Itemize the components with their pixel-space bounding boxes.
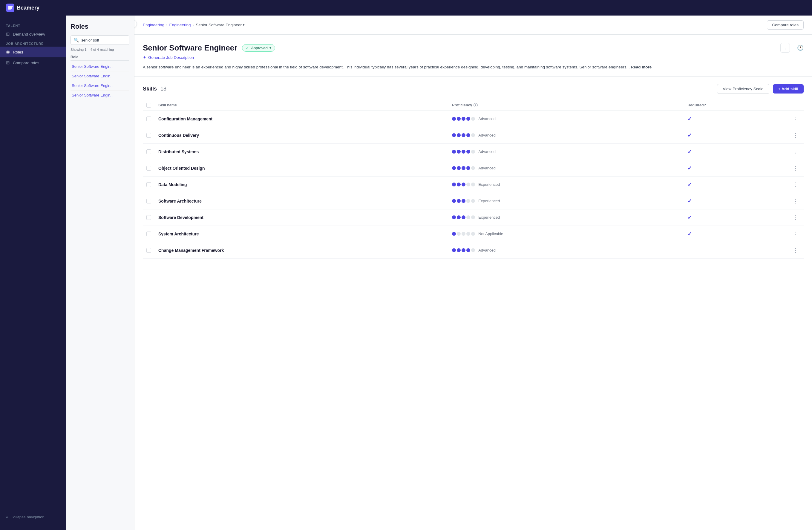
compare-icon: ⊞ (6, 60, 10, 66)
view-proficiency-scale-button[interactable]: View Proficiency Scale (717, 84, 769, 94)
top-navigation: Beamery (0, 0, 812, 16)
col-required: Required? (684, 100, 787, 111)
skill-name: Continuous Delivery (158, 133, 199, 138)
proficiency-label: Not Applicable (478, 231, 503, 236)
skills-header: Skills 18 View Proficiency Scale + Add s… (143, 84, 803, 94)
skill-name: Change Management Framework (158, 248, 224, 253)
table-row: Software ArchitectureExperienced✓⋮ (143, 193, 803, 209)
showing-count-text: Showing 1 – 4 of 4 matching (71, 48, 129, 52)
row-more-options-button[interactable]: ⋮ (791, 148, 800, 156)
table-row: Object Oriented DesignAdvanced✓⋮ (143, 160, 803, 176)
role-description: A senior software engineer is an experie… (143, 64, 803, 71)
required-check-icon: ✓ (687, 215, 692, 220)
skill-name: Software Development (158, 215, 203, 220)
row-checkbox[interactable] (146, 133, 151, 138)
breadcrumb-engineering2[interactable]: Engineering (169, 23, 191, 27)
skills-title-area: Skills 18 (143, 86, 166, 92)
collapse-navigation-button[interactable]: « Collapse navigation (6, 515, 60, 519)
add-skill-button[interactable]: + Add skill (773, 84, 803, 94)
approved-chevron-icon: ▾ (270, 46, 271, 50)
app-logo: Beamery (6, 4, 40, 12)
breadcrumb: Engineering › Engineering › Senior Softw… (143, 23, 245, 27)
role-list-item[interactable]: Senior Software Engin... (71, 90, 129, 100)
row-checkbox[interactable] (146, 248, 151, 253)
proficiency-dots: Experienced (452, 215, 680, 219)
generate-job-description-link[interactable]: ✦ Generate Job Description (143, 55, 803, 60)
roles-icon: ◉ (6, 49, 10, 55)
proficiency-label: Advanced (478, 248, 496, 253)
row-checkbox[interactable] (146, 199, 151, 203)
skill-name: Distributed Systems (158, 149, 199, 154)
row-checkbox[interactable] (146, 231, 151, 236)
skills-count: 18 (160, 86, 166, 92)
row-more-options-button[interactable]: ⋮ (791, 131, 800, 139)
proficiency-dots: Advanced (452, 133, 680, 138)
row-checkbox[interactable] (146, 182, 151, 187)
history-button[interactable]: 🕐 (797, 44, 803, 51)
approved-badge: ✓ Approved ▾ (242, 44, 275, 52)
row-checkbox[interactable] (146, 116, 151, 121)
row-more-options-button[interactable]: ⋮ (791, 197, 800, 205)
skill-name: Configuration Management (158, 116, 213, 121)
proficiency-label: Experienced (478, 199, 500, 203)
collapse-arrow-icon: « (6, 515, 8, 519)
table-row: Data ModelingExperienced✓⋮ (143, 176, 803, 193)
role-list-item[interactable]: Senior Software Engin... (71, 71, 129, 81)
row-more-options-button[interactable]: ⋮ (791, 246, 800, 254)
required-check-icon: ✓ (687, 149, 692, 155)
skill-name: Data Modeling (158, 182, 187, 187)
roles-panel: Roles 🔍 Showing 1 – 4 of 4 matching Role… (66, 16, 134, 530)
skill-name: Software Architecture (158, 199, 202, 203)
role-column-header: Role (71, 54, 129, 61)
skills-tbody: Configuration ManagementAdvanced✓⋮Contin… (143, 111, 803, 258)
select-all-checkbox[interactable] (146, 103, 151, 108)
col-skill-name: Skill name (155, 100, 448, 111)
proficiency-dots: Advanced (452, 248, 680, 253)
role-title: Senior Software Engineer (143, 43, 237, 53)
role-more-options-button[interactable]: ⋮ (780, 43, 790, 53)
proficiency-dots: Experienced (452, 182, 680, 187)
proficiency-dots: Not Applicable (452, 231, 680, 236)
row-more-options-button[interactable]: ⋮ (791, 115, 800, 123)
sidebar-item-demand[interactable]: ⊞ Demand overview (0, 29, 66, 40)
job-arch-section-label: JOB ARCHITECTURE (0, 40, 66, 47)
table-row: Distributed SystemsAdvanced✓⋮ (143, 143, 803, 160)
skill-name: Object Oriented Design (158, 166, 205, 171)
roles-panel-title: Roles (71, 23, 129, 30)
col-proficiency: Proficiency i (448, 100, 684, 111)
proficiency-label: Experienced (478, 182, 500, 187)
breadcrumb-engineering1[interactable]: Engineering (143, 23, 164, 27)
skills-actions: View Proficiency Scale + Add skill (717, 84, 803, 94)
search-icon: 🔍 (74, 38, 79, 42)
close-button[interactable]: ✕ (134, 20, 137, 28)
proficiency-info-icon: i (474, 103, 478, 107)
row-more-options-button[interactable]: ⋮ (791, 181, 800, 188)
row-checkbox[interactable] (146, 149, 151, 154)
required-check-icon: ✓ (687, 231, 692, 237)
main-content: Roles 🔍 Showing 1 – 4 of 4 matching Role… (66, 16, 812, 530)
sidebar-item-roles[interactable]: ◉ Roles (0, 47, 66, 57)
proficiency-dots: Advanced (452, 149, 680, 154)
search-input[interactable] (81, 38, 131, 42)
breadcrumb-sep2: › (193, 23, 194, 27)
proficiency-dots: Advanced (452, 116, 680, 121)
skills-label: Skills (143, 86, 157, 92)
roles-list: Senior Software Engin...Senior Software … (71, 62, 129, 100)
read-more-link[interactable]: Read more (630, 65, 652, 69)
row-more-options-button[interactable]: ⋮ (791, 230, 800, 238)
svg-point-1 (11, 6, 13, 8)
compare-roles-button[interactable]: Compare roles (767, 20, 803, 30)
row-more-options-button[interactable]: ⋮ (791, 214, 800, 221)
row-checkbox[interactable] (146, 215, 151, 220)
row-checkbox[interactable] (146, 166, 151, 171)
sidebar: TALENT ⊞ Demand overview JOB ARCHITECTUR… (0, 16, 66, 530)
sidebar-item-compare[interactable]: ⊞ Compare roles (0, 57, 66, 68)
role-list-item[interactable]: Senior Software Engin... (71, 81, 129, 90)
proficiency-label: Experienced (478, 215, 500, 219)
role-list-item[interactable]: Senior Software Engin... (71, 62, 129, 71)
table-row: Software DevelopmentExperienced✓⋮ (143, 209, 803, 226)
proficiency-dots: Experienced (452, 199, 680, 203)
table-row: System ArchitectureNot Applicable✓⋮ (143, 226, 803, 242)
demand-icon: ⊞ (6, 31, 10, 37)
row-more-options-button[interactable]: ⋮ (791, 164, 800, 172)
